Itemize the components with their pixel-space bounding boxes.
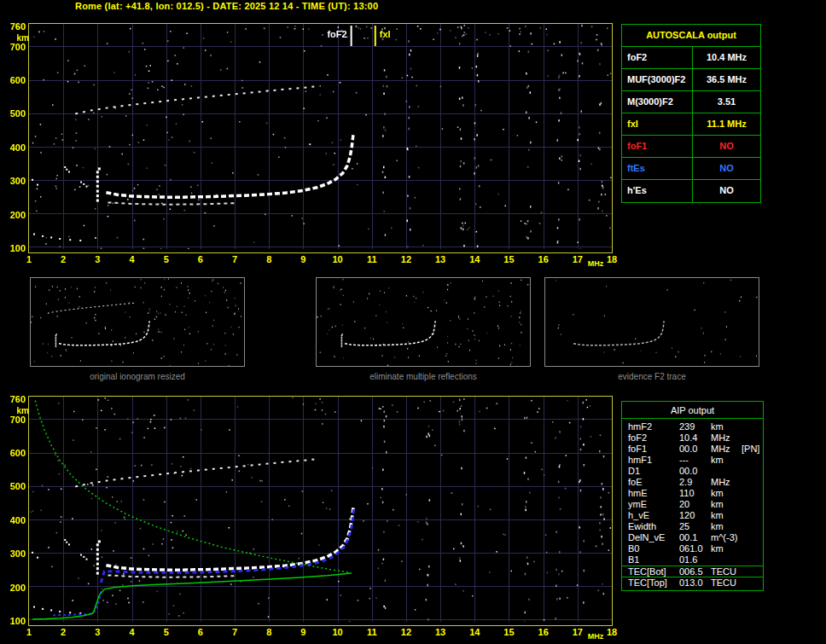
aip-row-yme: ymE20km	[622, 499, 763, 510]
x-axis-tick-label: 13	[432, 254, 449, 264]
thumbnail-caption-original: original ionogram resized	[30, 372, 245, 381]
thumbnail-caption-eliminate: eliminate multiple reflections	[316, 372, 531, 381]
x-axis-tick-label: 17	[569, 627, 586, 637]
autoscala-row-label: fxI	[622, 113, 693, 135]
aip-label: foF2	[628, 432, 679, 444]
thumbnail-caption-evidence: evidence F2 trace	[544, 372, 759, 381]
autoscala-app-screen: Rome (lat: +41.8, lon: 012.5) - DATE: 20…	[0, 0, 826, 644]
x-axis-tick-label: 6	[192, 627, 209, 637]
x-axis-tick-label: 7	[226, 627, 243, 637]
autoscala-row-value: 11.1 MHz	[693, 113, 760, 135]
aip-row-d1: D100.0	[622, 466, 763, 477]
aip-unit: km	[711, 488, 742, 499]
autoscala-row-label: foF1	[622, 136, 693, 157]
aip-row-b0: B0061.0km	[622, 543, 763, 554]
aip-label: TEC[Bot]	[628, 566, 679, 577]
aip-row-fof1: foF100.0MHz[PN]	[622, 444, 763, 455]
autoscala-row-value: NO	[693, 136, 760, 157]
thumbnail-original-canvas	[31, 278, 244, 366]
aip-value: 120	[679, 510, 711, 521]
x-axis-tick-label: 12	[398, 254, 415, 264]
x-axis-tick-label: 1	[20, 627, 38, 637]
x-axis-tick-label: 9	[294, 254, 311, 264]
autoscala-row-label: M(3000)F2	[622, 91, 693, 113]
aip-row-b1: B101.6	[622, 554, 763, 566]
y-axis-tick-label: 600	[3, 75, 26, 85]
autoscala-row-label: ftEs	[622, 158, 693, 179]
aip-row-tec-bot-: TEC[Bot]006.5TECU	[622, 566, 763, 577]
x-axis-tick-label: 8	[260, 254, 277, 264]
aip-extra	[742, 421, 763, 432]
y-axis-tick-label: 600	[3, 448, 26, 458]
autoscala-row-m-3000-f2: M(3000)F23.51	[622, 91, 760, 113]
autoscala-row-muf-3000-f2: MUF(3000)F236.5 MHz	[622, 69, 760, 91]
aip-extra	[742, 499, 763, 510]
aip-value: ---	[679, 455, 711, 466]
aip-row-ewidth: Ewidth25km	[622, 521, 763, 532]
autoscala-row-label: foF2	[622, 47, 693, 68]
aip-value: 20	[679, 499, 711, 510]
aip-unit: km	[711, 421, 742, 432]
x-axis-tick-label: 10	[329, 254, 346, 264]
aip-table-title: AIP output	[622, 402, 763, 419]
x-axis-tick-label: 15	[500, 627, 517, 637]
autoscala-row-value: NO	[693, 158, 760, 179]
aip-unit: MHz	[711, 432, 742, 444]
x-axis-tick-label: 14	[466, 627, 483, 637]
top-ionogram-plot	[28, 23, 613, 253]
aip-row-tec-top-: TEC[Top]013.0TECU	[622, 577, 763, 588]
aip-unit: km	[711, 499, 742, 510]
autoscala-row-value: NO	[693, 180, 760, 202]
aip-row-deln-ve: DelN_vE00.1m^(-3)	[622, 532, 763, 543]
x-axis-tick-label: 14	[466, 254, 483, 264]
aip-value: 01.6	[679, 554, 711, 566]
aip-row-hmf1: hmF1---km	[622, 455, 763, 466]
x-axis-tick-label: 17	[569, 254, 586, 264]
y-axis-tick-label: 400	[3, 515, 26, 525]
y-axis-unit-label: km	[7, 406, 29, 416]
aip-label: foF1	[628, 444, 679, 455]
aip-value: 239	[679, 421, 711, 432]
autoscala-row-label: MUF(3000)F2	[622, 69, 693, 90]
y-axis-tick-label: 500	[3, 481, 26, 491]
autoscala-table-title: AUTOSCALA output	[622, 25, 760, 47]
x-axis-unit-label: MHz	[588, 258, 604, 269]
x-axis-tick-label: 8	[260, 627, 277, 637]
autoscala-row-ftes: ftEsNO	[622, 158, 760, 180]
aip-label: B1	[628, 554, 679, 566]
aip-value: 00.0	[679, 444, 711, 455]
aip-extra	[742, 532, 763, 543]
aip-unit: TECU	[711, 577, 742, 588]
thumbnail-f2-evidence	[544, 277, 759, 367]
y-axis-tick-label: 200	[3, 210, 26, 220]
aip-extra	[742, 510, 763, 521]
autoscala-row-fxi: fxI11.1 MHz	[622, 113, 760, 136]
aip-extra: [PN]	[742, 444, 763, 455]
aip-unit: MHz	[711, 444, 742, 455]
thumbnail-eliminate-canvas	[317, 278, 530, 366]
autoscala-row-value: 36.5 MHz	[693, 69, 760, 90]
autoscala-row-fof2: foF210.4 MHz	[622, 47, 760, 69]
aip-label: Ewidth	[628, 521, 679, 532]
aip-label: hmE	[628, 488, 679, 499]
x-axis-unit-label: MHz	[588, 631, 604, 641]
page-title: Rome (lat: +41.8, lon: 012.5) - DATE: 20…	[75, 1, 378, 11]
y-axis-tick-label: 760	[3, 21, 26, 32]
x-axis-tick-label: 11	[364, 254, 381, 264]
aip-unit	[711, 554, 742, 566]
aip-value: 2.9	[679, 477, 711, 488]
aip-label: hmF1	[628, 455, 679, 466]
autoscala-row-h-es: h'EsNO	[622, 180, 760, 202]
x-axis-tick-label: 5	[158, 254, 175, 264]
aip-extra	[742, 455, 763, 466]
aip-value: 061.0	[679, 543, 711, 554]
x-axis-tick-label: 18	[603, 254, 620, 264]
x-axis-tick-label: 9	[294, 627, 311, 637]
aip-extra	[742, 521, 763, 532]
aip-extra	[742, 543, 763, 554]
aip-extra	[742, 466, 763, 477]
aip-value: 110	[679, 488, 711, 499]
x-axis-tick-label: 7	[226, 254, 243, 264]
aip-label: DelN_vE	[628, 532, 679, 543]
x-axis-tick-label: 16	[535, 254, 552, 264]
